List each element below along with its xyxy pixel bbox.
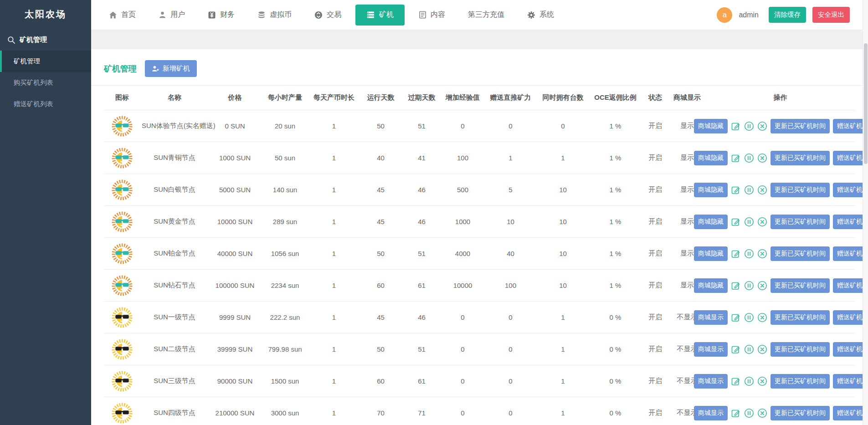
close-icon[interactable] [757, 121, 767, 131]
miner-max-own: 1 [537, 302, 589, 333]
update-bought-time-button[interactable]: 更新已买矿机时间 [770, 119, 830, 133]
pause-icon[interactable] [744, 249, 754, 259]
pause-icon[interactable] [744, 121, 754, 131]
mall-toggle-button[interactable]: 商城隐藏 [694, 278, 728, 293]
edit-icon[interactable] [731, 312, 741, 323]
miner-status: 开启 [642, 142, 669, 174]
close-icon[interactable] [757, 217, 767, 227]
close-icon[interactable] [757, 153, 767, 163]
avatar[interactable]: a [717, 7, 732, 23]
pause-icon[interactable] [744, 376, 754, 386]
scrollbar[interactable] [863, 0, 868, 425]
miner-gift-power: 40 [484, 238, 537, 270]
miner-price: 39999 SUN [209, 333, 261, 365]
edit-icon[interactable] [731, 408, 741, 418]
gift-miner-button[interactable]: 赠送矿机 [833, 183, 867, 197]
edit-icon[interactable] [731, 249, 741, 259]
miner-daily-hours: 1 [309, 110, 359, 142]
mall-toggle-button[interactable]: 商城隐藏 [694, 246, 728, 261]
nav-content[interactable]: 内容 [407, 0, 457, 30]
sidebar-section-label: 矿机管理 [20, 36, 47, 44]
update-bought-time-button[interactable]: 更新已买矿机时间 [770, 151, 830, 165]
edit-icon[interactable] [731, 185, 741, 195]
col-gift-power: 赠送直推矿力 [484, 86, 537, 110]
sidebar-item-bought-miners[interactable]: 购买矿机列表 [0, 72, 91, 93]
nav-users[interactable]: 用户 [147, 0, 196, 30]
add-miner-button[interactable]: 新增矿机 [145, 60, 197, 77]
edit-icon[interactable] [731, 281, 741, 291]
gift-miner-button[interactable]: 赠送矿机 [833, 374, 867, 389]
clear-cache-button[interactable]: 清除缓存 [769, 7, 806, 23]
update-bought-time-button[interactable]: 更新已买矿机时间 [770, 374, 830, 389]
miner-status: 开启 [642, 110, 669, 142]
sidebar-menu: 矿机管理 购买矿机列表 赠送矿机列表 [0, 51, 91, 115]
nav-miner[interactable]: 矿机 [355, 5, 405, 26]
gift-miner-button[interactable]: 赠送矿机 [833, 119, 867, 133]
update-bought-time-button[interactable]: 更新已买矿机时间 [770, 342, 830, 357]
nav-third-party-recharge[interactable]: 第三方充值 [457, 0, 516, 30]
edit-icon[interactable] [731, 217, 741, 227]
sun-icon [112, 243, 133, 264]
mall-toggle-button[interactable]: 商城显示 [694, 342, 728, 357]
miner-max-own: 1 [537, 397, 589, 425]
pause-icon[interactable] [744, 312, 754, 323]
mall-toggle-button[interactable]: 商城隐藏 [694, 183, 728, 197]
edit-icon[interactable] [731, 376, 741, 386]
miner-icon [366, 10, 375, 19]
close-icon[interactable] [757, 344, 767, 354]
gift-miner-button[interactable]: 赠送矿机 [833, 310, 867, 325]
nav-exchange[interactable]: 交易 [303, 0, 353, 30]
close-icon[interactable] [757, 249, 767, 259]
pause-icon[interactable] [744, 281, 754, 291]
miner-expire-days: 51 [402, 333, 441, 365]
sidebar-item-gifted-miners[interactable]: 赠送矿机列表 [0, 93, 91, 115]
gift-miner-button[interactable]: 赠送矿机 [833, 342, 867, 357]
pause-icon[interactable] [744, 185, 754, 195]
gift-miner-button[interactable]: 赠送矿机 [833, 406, 867, 420]
close-icon[interactable] [757, 185, 767, 195]
close-icon[interactable] [757, 312, 767, 323]
sidebar-item-miner-manage[interactable]: 矿机管理 [0, 51, 91, 72]
gift-miner-button[interactable]: 赠送矿机 [833, 246, 867, 261]
miner-status: 开启 [642, 206, 669, 238]
gift-miner-button[interactable]: 赠送矿机 [833, 151, 867, 165]
gift-miner-button[interactable]: 赠送矿机 [833, 278, 867, 293]
miner-gift-power: 0 [484, 397, 537, 425]
mall-toggle-button[interactable]: 商城隐藏 [694, 119, 728, 133]
update-bought-time-button[interactable]: 更新已买矿机时间 [770, 406, 830, 420]
miner-daily-hours: 1 [309, 397, 359, 425]
update-bought-time-button[interactable]: 更新已买矿机时间 [770, 215, 830, 229]
miner-table-body: SUN体验节点(实名赠送) 0 SUN 20 sun 1 50 51 0 0 0… [104, 110, 855, 425]
table-row: SUN二级节点 39999 SUN 799.98 sun 1 50 51 0 0… [104, 333, 855, 365]
nav-virtual-coin[interactable]: 虚拟币 [246, 0, 303, 30]
edit-icon[interactable] [731, 121, 741, 131]
close-icon[interactable] [757, 376, 767, 386]
update-bought-time-button[interactable]: 更新已买矿机时间 [770, 246, 830, 261]
logout-button[interactable]: 安全退出 [812, 7, 850, 23]
gift-miner-button[interactable]: 赠送矿机 [833, 215, 867, 229]
mall-toggle-button[interactable]: 商城显示 [694, 406, 728, 420]
update-bought-time-button[interactable]: 更新已买矿机时间 [770, 310, 830, 325]
miner-gift-power: 0 [484, 365, 537, 397]
pause-icon[interactable] [744, 408, 754, 418]
edit-icon[interactable] [731, 344, 741, 354]
pause-icon[interactable] [744, 217, 754, 227]
pause-icon[interactable] [744, 153, 754, 163]
mall-toggle-button[interactable]: 商城显示 [694, 374, 728, 389]
mall-toggle-button[interactable]: 商城隐藏 [694, 151, 728, 165]
close-icon[interactable] [757, 281, 767, 291]
update-bought-time-button[interactable]: 更新已买矿机时间 [770, 183, 830, 197]
close-icon[interactable] [757, 408, 767, 418]
edit-icon[interactable] [731, 153, 741, 163]
nav-system[interactable]: 系统 [516, 0, 565, 30]
scrollbar-thumb[interactable] [864, 43, 868, 164]
mall-toggle-button[interactable]: 商城显示 [694, 310, 728, 325]
miner-gift-power: 10 [484, 206, 537, 238]
nav-finance[interactable]: 财务 [196, 0, 246, 30]
nav-home[interactable]: 首页 [98, 0, 147, 30]
mall-toggle-button[interactable]: 商城隐藏 [694, 215, 728, 229]
miner-name: SUN青铜节点 [140, 142, 209, 174]
col-name: 名称 [140, 86, 209, 110]
pause-icon[interactable] [744, 344, 754, 354]
update-bought-time-button[interactable]: 更新已买矿机时间 [770, 278, 830, 293]
